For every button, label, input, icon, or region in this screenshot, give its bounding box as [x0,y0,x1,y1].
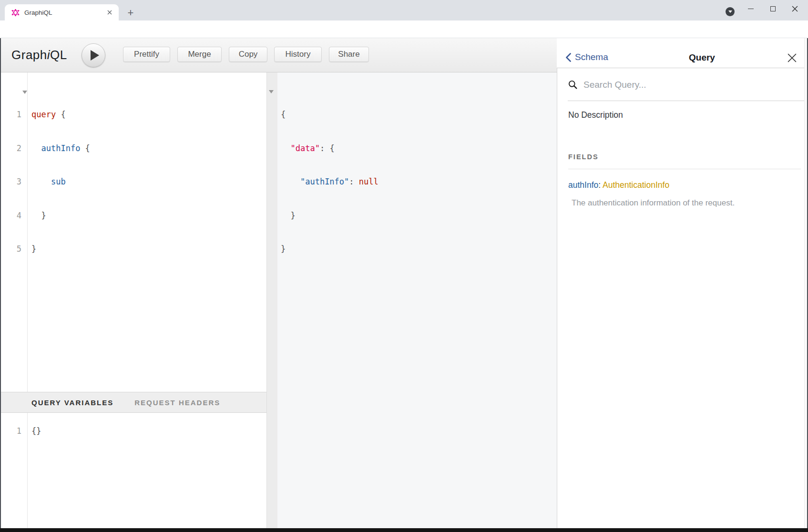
share-button[interactable]: Share [329,47,369,62]
close-icon [787,53,797,63]
doc-back-link[interactable]: Schema [565,52,608,62]
query-editor-gutter-divider [27,72,28,392]
tab-request-headers[interactable]: REQUEST HEADERS [134,399,220,407]
tab-title: GraphiQL [24,9,105,16]
doc-search-underline [568,101,805,101]
doc-field-description: The authentication information of the re… [572,198,735,208]
chevron-down-icon [728,10,732,13]
code-line: { [281,109,378,121]
doc-fields-heading: FIELDS [568,153,599,161]
fold-arrow-icon[interactable] [269,90,274,93]
code-line: } [281,244,378,255]
play-icon [91,50,99,61]
secondary-editor-tabs: QUERY VARIABLES REQUEST HEADERS [0,392,266,413]
chevron-left-icon [565,53,571,62]
close-icon [792,6,798,12]
fold-arrow-icon[interactable] [22,91,27,94]
variables-gutter-divider [27,413,28,528]
browser-navbar: ← → localhost:3000/graphql [0,20,808,38]
prettify-button[interactable]: Prettify [123,47,170,62]
code-line: } [281,210,378,222]
window-close-button[interactable] [787,2,803,15]
doc-fields-divider [568,169,801,169]
minimize-icon [748,9,754,9]
doc-field-authinfo: authInfo: AuthenticationInfo [568,180,669,190]
browser-titlebar: GraphiQL + [0,0,808,20]
merge-button[interactable]: Merge [177,47,222,62]
editor-resize-divider[interactable] [266,72,277,528]
code-line: "data": { [281,143,378,154]
search-icon [568,80,577,89]
execute-query-button[interactable] [82,43,105,67]
window-maximize-button[interactable] [765,2,781,15]
doc-search-input[interactable] [583,80,765,90]
code-line: "authInfo": null [281,176,378,188]
window-border-left [0,38,1,528]
new-tab-button[interactable]: + [124,6,137,20]
query-editor-line-numbers: 1 2 3 4 5 [0,87,21,277]
tab-close-icon[interactable] [105,8,114,17]
code-line: } [31,210,90,222]
browser-tab-graphiql[interactable]: GraphiQL [5,4,119,20]
doc-back-label: Schema [575,52,608,62]
graphql-favicon-icon [11,9,20,17]
history-button[interactable]: History [274,47,322,62]
code-line: } [31,244,90,255]
doc-type-description: No Description [568,110,623,120]
window-minimize-button[interactable] [743,2,759,15]
doc-title: Query [689,52,715,63]
doc-field-name-link[interactable]: authInfo [568,180,598,190]
maximize-icon [770,6,776,11]
tab-query-variables[interactable]: QUERY VARIABLES [31,399,113,407]
graphiql-logo: GraphiQL [11,48,67,62]
result-code: { "data": { "authInfo": null } } [281,87,378,277]
variables-line-number: 1 [0,426,21,437]
copy-button[interactable]: Copy [229,47,267,62]
code-line: query { [31,109,90,121]
code-line: sub [31,176,90,188]
doc-search [557,68,808,101]
query-code[interactable]: query { authInfo { sub } } [31,87,90,277]
doc-field-type-link[interactable]: AuthenticationInfo [603,180,669,190]
taskbar-edge [0,528,808,532]
variables-code[interactable]: {} [31,426,41,437]
browser-window: GraphiQL + ← → [0,0,808,532]
code-line: authInfo { [31,143,90,154]
doc-close-button[interactable] [785,51,799,65]
tab-search-button[interactable] [726,7,735,16]
